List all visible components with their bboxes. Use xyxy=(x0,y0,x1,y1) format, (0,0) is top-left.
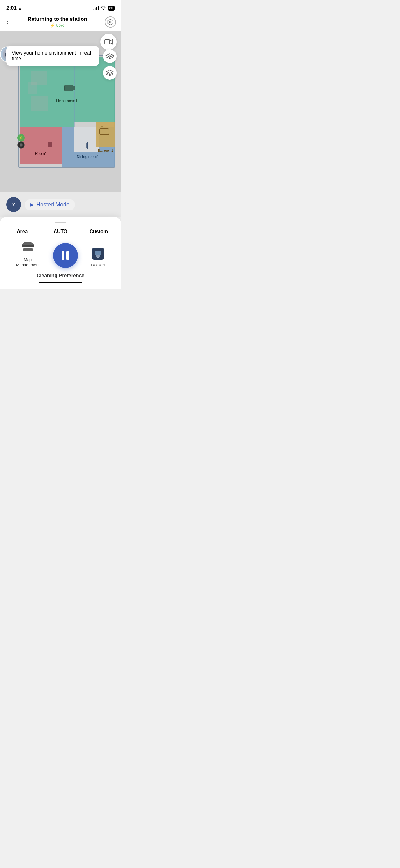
tabs-row: Area AUTO Custom xyxy=(0,227,121,236)
pause-bar-right xyxy=(66,251,69,260)
svg-rect-44 xyxy=(23,248,33,251)
icons-row: Map Management Docked xyxy=(0,242,121,268)
svg-rect-47 xyxy=(97,257,99,258)
svg-text:Living room1: Living room1 xyxy=(56,99,77,103)
battery-indicator: 80 xyxy=(108,6,115,10)
svg-rect-13 xyxy=(28,82,37,94)
map-management-button[interactable]: Map Management xyxy=(16,242,40,268)
drag-handle xyxy=(55,222,66,223)
pause-icon xyxy=(62,251,69,260)
signal-bar-1 xyxy=(93,9,94,10)
hosted-mode-pill[interactable]: ▶ Hosted Mode xyxy=(25,199,75,211)
svg-text:Room1: Room1 xyxy=(35,152,47,156)
video-button[interactable] xyxy=(100,34,116,50)
svg-text:Bathroom1: Bathroom1 xyxy=(98,149,113,152)
charging-icon: ⚡ xyxy=(50,23,55,28)
docked-label: Docked xyxy=(91,262,105,268)
tooltip-text: View your home environment in real time. xyxy=(12,50,91,61)
tooltip-banner: View your home environment in real time. xyxy=(6,46,99,66)
tab-auto[interactable]: AUTO xyxy=(41,227,79,236)
tab-area[interactable]: Area xyxy=(3,227,41,236)
docked-button[interactable]: Docked xyxy=(91,247,105,268)
signal-bar-3 xyxy=(96,7,97,10)
svg-rect-18 xyxy=(65,85,73,91)
signal-bar-2 xyxy=(95,8,96,10)
bottom-card: Area AUTO Custom Map Management xyxy=(0,217,121,289)
map-icon-svg xyxy=(22,243,34,254)
signal-bar-4 xyxy=(98,6,99,10)
svg-rect-46 xyxy=(96,255,100,257)
hosted-mode-robot-icon: Y xyxy=(6,197,21,212)
play-icon: ▶ xyxy=(30,202,34,207)
signal-bars xyxy=(93,6,99,10)
view-3d-button[interactable]: 3D xyxy=(103,49,116,63)
battery-value: 80 xyxy=(109,6,113,10)
pause-bar-left xyxy=(62,251,65,260)
settings-button[interactable] xyxy=(105,17,116,28)
hosted-mode-label: Hosted Mode xyxy=(36,202,69,208)
map-controls: 3D xyxy=(103,49,116,80)
header: ‹ Returning to the station ⚡ 80% xyxy=(0,14,121,31)
status-bar: 2:01 ▲ 80 xyxy=(0,0,121,14)
3d-icon: 3D xyxy=(105,53,114,59)
header-center: Returning to the station ⚡ 80% xyxy=(10,16,105,28)
svg-rect-19 xyxy=(64,86,65,90)
tab-custom[interactable]: Custom xyxy=(80,227,118,236)
video-icon xyxy=(104,39,112,45)
svg-rect-20 xyxy=(73,86,75,90)
svg-text:Dining room1: Dining room1 xyxy=(76,155,99,159)
docked-shape xyxy=(92,248,104,259)
map-management-label: Map Management xyxy=(16,257,40,268)
svg-rect-12 xyxy=(31,96,48,112)
svg-rect-45 xyxy=(95,251,101,255)
svg-text:3D: 3D xyxy=(108,54,111,56)
page-title: Returning to the station xyxy=(10,16,105,22)
status-time: 2:01 ▲ xyxy=(6,5,22,11)
svg-rect-21 xyxy=(48,142,52,148)
home-indicator xyxy=(39,282,82,283)
map-management-icon xyxy=(22,242,34,255)
battery-status: ⚡ 80% xyxy=(10,23,105,28)
wifi-icon xyxy=(100,6,106,11)
robot-icon-svg: Y xyxy=(9,200,18,209)
time-text: 2:01 xyxy=(6,5,17,11)
battery-percent-text: 80% xyxy=(56,23,64,28)
hosted-mode-row: Y ▶ Hosted Mode xyxy=(0,192,121,217)
location-arrow-icon: ▲ xyxy=(18,6,22,10)
layers-button[interactable] xyxy=(103,66,116,80)
cleaning-preference-row: Cleaning Preference xyxy=(0,268,121,283)
svg-text:Y: Y xyxy=(12,202,15,207)
pause-button[interactable] xyxy=(53,243,78,268)
settings-hex-icon xyxy=(107,19,114,26)
svg-rect-9 xyxy=(74,127,99,152)
status-icons: 80 xyxy=(93,6,115,11)
docked-icon xyxy=(92,247,104,260)
layers-icon xyxy=(106,69,114,76)
svg-text:⚡: ⚡ xyxy=(19,136,23,140)
cleaning-preference-label: Cleaning Preference xyxy=(37,273,85,278)
docked-svg xyxy=(94,249,102,258)
svg-rect-36 xyxy=(105,40,110,44)
back-button[interactable]: ‹ xyxy=(5,17,10,28)
svg-point-0 xyxy=(110,21,111,23)
svg-point-35 xyxy=(21,144,22,146)
svg-rect-43 xyxy=(22,245,34,247)
